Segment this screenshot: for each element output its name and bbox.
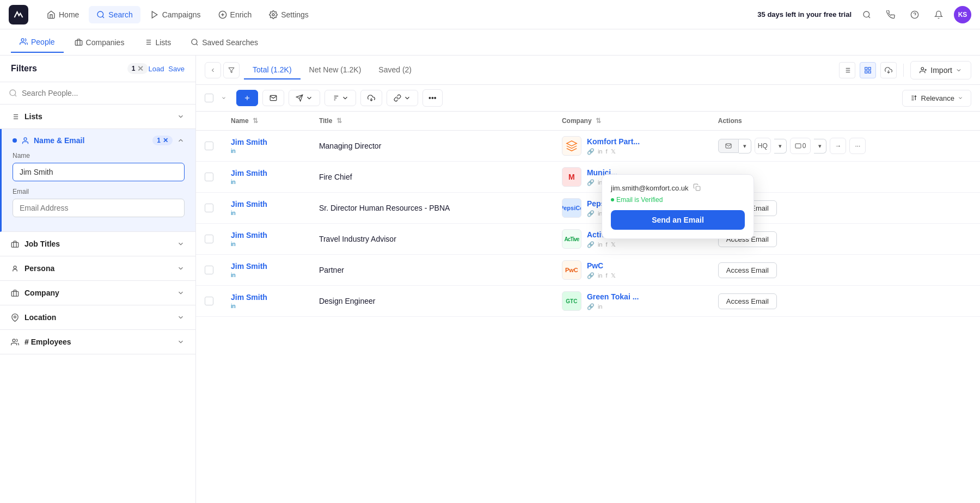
website-icon[interactable]: 🔗 xyxy=(587,210,595,217)
company-name[interactable]: Komfort Part... xyxy=(587,137,640,146)
website-icon[interactable]: 🔗 xyxy=(587,148,595,155)
app-logo[interactable] xyxy=(9,5,28,24)
trial-text: 35 days left in your free trial xyxy=(757,10,852,19)
filter-company-header[interactable]: Company xyxy=(0,281,195,305)
copy-email-btn[interactable] xyxy=(693,183,701,193)
notifications-btn[interactable] xyxy=(930,6,947,23)
tab-saved[interactable]: Saved (2) xyxy=(370,61,420,79)
global-search-btn[interactable] xyxy=(858,6,875,23)
list-view-btn[interactable] xyxy=(839,62,855,78)
website-icon[interactable]: 🔗 xyxy=(587,179,595,186)
subnav-saved-searches[interactable]: Saved Searches xyxy=(182,33,267,52)
email-dropdown-arrow[interactable]: ▾ xyxy=(739,139,751,154)
company-name[interactable]: Green Tokai ... xyxy=(587,292,639,301)
name-email-header[interactable]: Name & Email 1 ✕ xyxy=(2,129,195,152)
filter-badge-close[interactable]: ✕ xyxy=(137,64,144,73)
hq-arrow[interactable]: ▾ xyxy=(774,139,787,154)
import-btn[interactable]: Import xyxy=(910,61,971,79)
row-checkbox[interactable] xyxy=(205,266,213,274)
filter-lists-header[interactable]: Lists xyxy=(0,105,195,128)
website-icon[interactable]: 🔗 xyxy=(587,272,595,279)
person-name[interactable]: Jim Smith xyxy=(231,231,302,240)
save-btn[interactable]: Save xyxy=(168,65,185,73)
row-checkbox[interactable] xyxy=(205,297,213,305)
subnav-lists[interactable]: Lists xyxy=(135,33,180,52)
help-btn[interactable] xyxy=(906,6,923,23)
company-name[interactable]: PwC xyxy=(587,261,616,270)
row-checkbox[interactable] xyxy=(205,204,213,212)
twitter-icon[interactable]: 𝕏 xyxy=(611,241,616,248)
subnav-companies[interactable]: Companies xyxy=(66,33,133,52)
nav-settings[interactable]: Settings xyxy=(261,6,316,23)
access-email-btn[interactable]: Access Email xyxy=(718,262,777,278)
send-email-btn[interactable]: Send an Email xyxy=(611,210,745,230)
facebook-icon[interactable]: f xyxy=(605,272,607,279)
th-name[interactable]: Name ⇅ xyxy=(222,112,310,131)
filter-persona-header[interactable]: Persona xyxy=(0,256,195,280)
email-icon-btn[interactable] xyxy=(718,139,739,153)
export-view-btn[interactable] xyxy=(880,62,897,78)
row-checkbox[interactable] xyxy=(205,235,213,243)
name-input[interactable] xyxy=(13,163,185,181)
add-btn[interactable] xyxy=(236,90,258,106)
top-nav: Home Search Campaigns Enrich Settings 35… xyxy=(0,0,980,29)
count-arrow[interactable]: ▾ xyxy=(814,139,826,154)
popup-email-address: jim.smith@komfort.co.uk xyxy=(611,184,689,192)
row-checkbox[interactable] xyxy=(205,142,213,150)
nav-search[interactable]: Search xyxy=(89,6,140,23)
row-checkbox[interactable] xyxy=(205,173,213,181)
jobtitles-chevron xyxy=(177,240,185,248)
th-company[interactable]: Company ⇅ xyxy=(553,112,709,131)
filter-funnel-btn[interactable] xyxy=(223,62,240,78)
more-options-btn[interactable]: ··· xyxy=(849,138,866,154)
svg-point-19 xyxy=(192,39,197,45)
person-name[interactable]: Jim Smith xyxy=(231,138,302,146)
import-chevron xyxy=(955,67,962,73)
select-dropdown[interactable] xyxy=(216,90,232,106)
twitter-icon[interactable]: 𝕏 xyxy=(611,272,616,279)
access-email-btn[interactable]: Access Email xyxy=(718,293,777,309)
linkedin-icon: in xyxy=(231,148,236,154)
filter-employees-header[interactable]: # Employees xyxy=(0,330,195,354)
subnav-people[interactable]: People xyxy=(11,32,64,53)
nav-campaigns[interactable]: Campaigns xyxy=(143,6,209,23)
relevance-btn[interactable]: Relevance xyxy=(902,90,971,107)
filter-location-header[interactable]: Location xyxy=(0,305,195,329)
th-title[interactable]: Title ⇅ xyxy=(310,112,553,131)
sort-tool-btn[interactable] xyxy=(324,90,356,106)
name-email-badge-close[interactable]: ✕ xyxy=(163,137,168,144)
phone-btn[interactable] xyxy=(882,6,899,23)
person-name[interactable]: Jim Smith xyxy=(231,262,302,271)
facebook-icon[interactable]: f xyxy=(605,148,607,155)
nav-enrich[interactable]: Enrich xyxy=(211,6,260,23)
linkedin-icon[interactable]: in xyxy=(598,303,603,310)
link-tool-btn[interactable] xyxy=(387,90,418,106)
website-icon[interactable]: 🔗 xyxy=(587,241,595,248)
more-btn[interactable]: ••• xyxy=(422,89,443,107)
twitter-icon[interactable]: 𝕏 xyxy=(611,148,616,155)
search-people-input[interactable] xyxy=(22,89,187,97)
linkedin-icon[interactable]: in xyxy=(598,241,603,248)
company-info: GTC Green Tokai ... 🔗 in xyxy=(562,291,701,311)
select-all-checkbox[interactable] xyxy=(205,94,213,102)
filter-jobtitles-header[interactable]: Job Titles xyxy=(0,232,195,256)
grid-view-btn[interactable] xyxy=(860,62,876,78)
user-avatar[interactable]: KS xyxy=(954,6,971,23)
load-btn[interactable]: Load xyxy=(148,65,164,73)
facebook-icon[interactable]: f xyxy=(605,241,607,248)
person-name[interactable]: Jim Smith xyxy=(231,293,302,302)
arrow-right-btn[interactable]: → xyxy=(830,138,846,154)
person-name[interactable]: Jim Smith xyxy=(231,169,302,177)
email-tool-btn[interactable] xyxy=(262,90,284,106)
linkedin-icon[interactable]: in xyxy=(598,148,603,155)
linkedin-icon[interactable]: in xyxy=(598,272,603,279)
download-tool-btn[interactable] xyxy=(360,90,382,106)
nav-home[interactable]: Home xyxy=(39,6,87,23)
tab-net-new[interactable]: Net New (1.2K) xyxy=(301,61,370,79)
prev-btn[interactable] xyxy=(205,62,221,78)
website-icon[interactable]: 🔗 xyxy=(587,303,595,310)
send-tool-btn[interactable] xyxy=(289,90,320,106)
tab-total[interactable]: Total (1.2K) xyxy=(244,61,301,79)
person-name[interactable]: Jim Smith xyxy=(231,200,302,208)
email-input[interactable] xyxy=(13,199,185,217)
